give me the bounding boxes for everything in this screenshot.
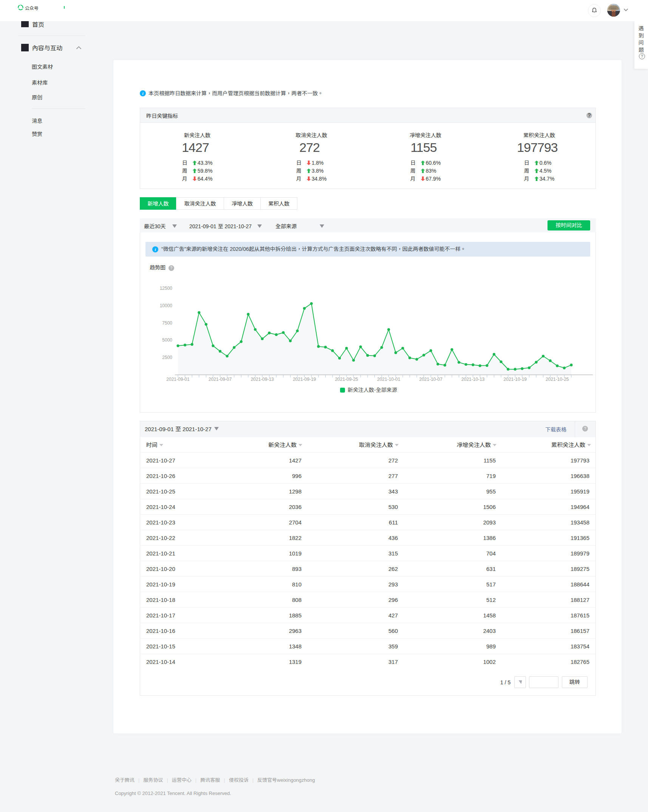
- svg-text:2021-09-25: 2021-09-25: [335, 377, 358, 382]
- svg-text:2021-10-19: 2021-10-19: [504, 377, 527, 382]
- svg-text:2021-09-13: 2021-09-13: [251, 377, 274, 382]
- svg-text:7500: 7500: [162, 320, 172, 326]
- svg-text:2021-10-01: 2021-10-01: [377, 377, 401, 382]
- svg-text:10000: 10000: [160, 303, 173, 308]
- svg-text:2021-10-13: 2021-10-13: [461, 377, 485, 382]
- svg-text:2021-09-07: 2021-09-07: [209, 377, 232, 382]
- svg-text:5000: 5000: [162, 337, 172, 343]
- svg-text:2500: 2500: [162, 355, 172, 360]
- svg-text:2021-09-19: 2021-09-19: [293, 377, 316, 382]
- svg-text:2021-10-07: 2021-10-07: [419, 377, 443, 382]
- svg-text:2021-09-01: 2021-09-01: [166, 377, 190, 382]
- svg-text:2021-10-25: 2021-10-25: [546, 377, 569, 382]
- svg-text:12500: 12500: [160, 286, 173, 291]
